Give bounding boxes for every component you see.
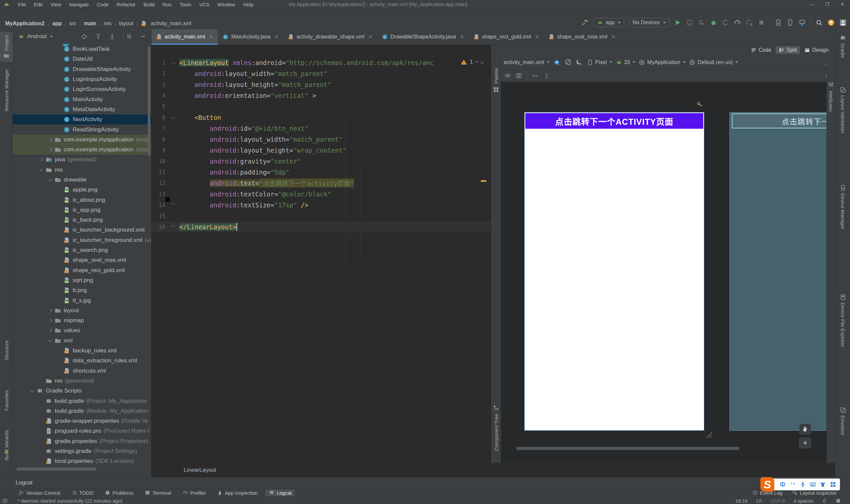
- blueprint-button[interactable]: 点击跳转下一个AC: [732, 113, 827, 128]
- locate-file-icon[interactable]: [81, 33, 88, 40]
- ime-microphone-icon[interactable]: [800, 481, 806, 488]
- tree-row-res[interactable]: res: [13, 165, 151, 175]
- tree-row-java[interactable]: java(generated): [13, 155, 151, 165]
- tree-row-res[interactable]: res(generated): [13, 376, 151, 386]
- orientation-icon[interactable]: [564, 58, 572, 66]
- attributes-tab[interactable]: Attributes: [828, 91, 834, 111]
- run-configuration-select[interactable]: app: [593, 18, 624, 27]
- tree-row-apple-png[interactable]: apple.png: [13, 185, 151, 195]
- tree-row-sqrt-png[interactable]: sqrt.png: [13, 275, 151, 285]
- api-selector[interactable]: 33: [615, 59, 636, 66]
- maximize-button[interactable]: ❐: [819, 0, 835, 9]
- tree-row-local-properties[interactable]: local.properties(SDK Location): [13, 456, 151, 466]
- breadcrumb-item[interactable]: MyApplication2: [5, 21, 45, 26]
- chevron-down-icon[interactable]: [48, 178, 52, 181]
- code-line-12[interactable]: 12 android:text="点击跳转下一个activity页面": [151, 178, 491, 188]
- prev-issue-icon[interactable]: [475, 61, 479, 65]
- gear-icon[interactable]: [126, 33, 133, 40]
- design-file-selector[interactable]: activity_main.xml: [504, 59, 550, 65]
- error-stripe-mark[interactable]: [481, 180, 486, 182]
- menu-build[interactable]: Build: [140, 1, 158, 8]
- ide-update-icon[interactable]: [828, 19, 835, 26]
- close-tab-icon[interactable]: ✕: [368, 34, 372, 40]
- tree-row-mainactivity[interactable]: CMainActivity: [13, 94, 151, 104]
- apply-changes-icon[interactable]: [698, 19, 705, 26]
- ime-chinese-icon[interactable]: [779, 481, 786, 488]
- close-tab-icon[interactable]: ✕: [209, 34, 213, 40]
- bottom-tab-terminal[interactable]: Terminal: [141, 489, 175, 497]
- editor-tab-activity-drawable-shape-xml[interactable]: <>activity_drawable_shape.xml✕: [283, 29, 377, 44]
- code-line-14[interactable]: 14 android:textSize="17sp" />: [151, 199, 491, 210]
- menu-tools[interactable]: Tools: [176, 1, 194, 8]
- project-tree-vertical-scrollbar[interactable]: [148, 47, 151, 156]
- tree-row-metadataactivity[interactable]: CMetaDataActivity: [13, 105, 151, 114]
- tool-strip-emulator[interactable]: Emulator: [835, 404, 850, 438]
- night-mode-icon[interactable]: [575, 58, 584, 66]
- lock-icon[interactable]: [822, 498, 827, 503]
- tree-row-mipmap[interactable]: mipmap: [13, 316, 151, 325]
- ime-keyboard-icon[interactable]: [810, 481, 816, 488]
- tree-row-logininputactivity[interactable]: CLoginInputActivity: [13, 74, 151, 84]
- debug-button[interactable]: [710, 19, 717, 26]
- vertical-resize-icon[interactable]: [543, 72, 550, 79]
- code-line-9[interactable]: 9 android:layout_height="wrap_content": [151, 145, 491, 156]
- design-surface[interactable]: 点击跳转下一个ACTIVITY页面 点击跳转下一个AC 1:1: [501, 82, 827, 451]
- menu-code[interactable]: Code: [93, 1, 112, 8]
- tree-row-shape-oval-rose-xml[interactable]: <>shape_oval_rose.xml: [13, 255, 151, 265]
- search-everywhere-icon[interactable]: [815, 19, 823, 26]
- fold-marker-icon[interactable]: [171, 60, 175, 65]
- menu-file[interactable]: File: [15, 1, 29, 8]
- status-layout-icon[interactable]: [3, 498, 7, 503]
- code-line-1[interactable]: 1<LinearLayout xmlns:android="http://sch…: [151, 57, 491, 68]
- editor-tab-shape-oval-rose-xml[interactable]: <>shape_oval_rose.xml✕: [544, 29, 620, 44]
- design-horizontal-scrollbar[interactable]: [516, 447, 740, 450]
- tree-row-nextactivity[interactable]: CNextActivity: [13, 114, 151, 124]
- zoom-in-button[interactable]: [799, 438, 811, 448]
- sdk-manager-icon[interactable]: [799, 19, 806, 26]
- tree-row-com-example-myapplication[interactable]: com.example.myapplication(andr: [13, 135, 151, 145]
- tree-row-tt-s-jpg[interactable]: tt_s.jpg: [13, 295, 151, 305]
- code-line-11[interactable]: 11 android:padding="5dp": [151, 166, 491, 178]
- tree-row-build-gradle[interactable]: build.gradle(Module: My_Application: [13, 406, 151, 416]
- code-line-4[interactable]: 4 android:orientation="vertical" >: [151, 90, 491, 101]
- bottom-tab-profiler[interactable]: Profiler: [179, 489, 209, 497]
- tree-row-com-example-myapplication[interactable]: com.example.myapplication(test): [13, 145, 151, 155]
- collapse-all-icon[interactable]: [109, 33, 116, 40]
- close-button[interactable]: ✕: [835, 0, 850, 9]
- tree-row-ic-app-png[interactable]: ic_app.png: [13, 205, 151, 215]
- menu-edit[interactable]: Edit: [31, 1, 46, 8]
- tree-row-loginsuccessactivity[interactable]: CLoginSuccessActivity: [13, 84, 151, 94]
- design-surface-selector-icon[interactable]: [553, 58, 561, 66]
- code-line-6[interactable]: 6 <Button: [151, 112, 491, 123]
- file-encoding[interactable]: UTF-8: [771, 498, 785, 504]
- code-line-7[interactable]: 7 android:id="@+id/btn_next": [151, 123, 491, 134]
- horizontal-resize-icon[interactable]: [532, 72, 539, 79]
- editor-tab-activity-main-xml[interactable]: <>activity_main.xml✕: [151, 29, 218, 44]
- restart-activity-icon[interactable]: A: [686, 19, 693, 26]
- expand-all-icon[interactable]: [95, 33, 102, 40]
- tree-row-backup-rules-xml[interactable]: <>backup_rules.xml: [13, 346, 151, 356]
- breadcrumb-item[interactable]: main: [84, 21, 96, 26]
- line-ending[interactable]: LF: [756, 498, 762, 504]
- breadcrumb-item[interactable]: res: [104, 21, 111, 26]
- bottom-tab-version-control[interactable]: Version Control: [15, 489, 64, 497]
- ime-punctuation-icon[interactable]: [790, 481, 796, 488]
- menu-navigate[interactable]: Navigate: [66, 1, 92, 8]
- tool-strip-gradle[interactable]: Gradle: [835, 32, 850, 61]
- tree-row-data-extraction-rules-xml[interactable]: <>data_extraction_rules.xml: [13, 356, 151, 366]
- chevron-right-icon[interactable]: [48, 329, 52, 332]
- code-editor[interactable]: 1<LinearLayout xmlns:android="http://sch…: [151, 45, 491, 463]
- menu-run[interactable]: Run: [159, 1, 175, 8]
- menu-refactor[interactable]: Refactor: [113, 1, 139, 8]
- ime-skin-icon[interactable]: [819, 481, 826, 488]
- project-view-selector[interactable]: Android: [27, 33, 47, 40]
- tree-row-readstringactivity[interactable]: CReadStringActivity: [13, 124, 151, 134]
- caret-position[interactable]: 16:16: [735, 498, 748, 504]
- component-tree-tab[interactable]: Component Tree: [491, 404, 501, 451]
- mode-split[interactable]: Split: [776, 46, 800, 54]
- profile-icon[interactable]: [722, 19, 729, 26]
- tree-row-ic-launcher-background-xml[interactable]: <>ic_launcher_background.xml: [13, 225, 151, 235]
- theme-selector[interactable]: MyApplication: [639, 59, 686, 66]
- code-line-10[interactable]: 10 android:gravity="center": [151, 156, 491, 166]
- tree-row-values[interactable]: values: [13, 325, 151, 336]
